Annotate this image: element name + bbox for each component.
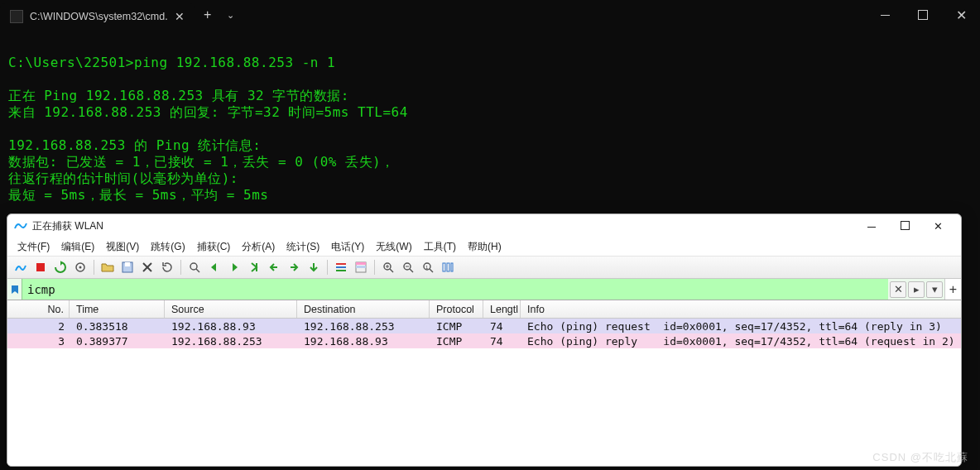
go-to-packet-icon[interactable] bbox=[246, 259, 262, 276]
wireshark-menubar: 文件(F)编辑(E)视图(V)跳转(G)捕获(C)分析(A)统计(S)电话(Y)… bbox=[7, 237, 961, 256]
cmd-tab[interactable]: C:\WINDOWS\system32\cmd. ✕ bbox=[0, 3, 195, 30]
wireshark-window: 正在捕获 WLAN ✕ 文件(F)编辑(E)视图(V)跳转(G)捕获(C)分析(… bbox=[7, 213, 962, 467]
watermark-text: CSDN @不吃北蘇 bbox=[872, 450, 968, 465]
filter-clear-button[interactable]: ✕ bbox=[890, 281, 906, 298]
menu-item[interactable]: 电话(Y) bbox=[326, 238, 369, 256]
col-header-dst[interactable]: Destination bbox=[297, 300, 430, 318]
svg-line-9 bbox=[196, 269, 199, 272]
stop-capture-icon[interactable] bbox=[32, 259, 49, 276]
svg-line-25 bbox=[430, 269, 433, 272]
ws-minimize-button[interactable] bbox=[855, 220, 888, 233]
svg-line-22 bbox=[410, 269, 413, 272]
go-first-icon[interactable] bbox=[266, 259, 282, 276]
svg-line-18 bbox=[390, 269, 393, 272]
filter-apply-button[interactable]: ▸ bbox=[908, 281, 925, 298]
svg-rect-12 bbox=[336, 266, 346, 268]
cmd-titlebar: C:\WINDOWS\system32\cmd. ✕ + ⌄ ✕ bbox=[0, 0, 980, 30]
go-back-icon[interactable] bbox=[206, 259, 223, 276]
save-file-icon[interactable] bbox=[119, 259, 136, 276]
packet-row[interactable]: 20.383518192.168.88.93192.168.88.253ICMP… bbox=[7, 319, 961, 333]
col-header-no[interactable]: No. bbox=[7, 300, 70, 318]
terminal-line: 往返行程的估计时间(以毫秒为单位): bbox=[8, 170, 972, 187]
capture-options-icon[interactable] bbox=[72, 259, 89, 276]
coloring-rules-icon[interactable] bbox=[353, 259, 369, 276]
cmd-close-button[interactable]: ✕ bbox=[942, 0, 980, 30]
terminal-line: 最短 = 5ms，最长 = 5ms，平均 = 5ms bbox=[8, 187, 972, 204]
menu-item[interactable]: 跳转(G) bbox=[146, 238, 190, 256]
menu-item[interactable]: 帮助(H) bbox=[463, 238, 507, 256]
filter-history-button[interactable]: ▾ bbox=[926, 281, 943, 298]
resize-columns-icon[interactable] bbox=[440, 259, 456, 276]
svg-point-8 bbox=[190, 263, 197, 270]
go-last-icon[interactable] bbox=[286, 259, 302, 276]
col-header-info[interactable]: Info bbox=[521, 300, 961, 318]
wireshark-app-icon bbox=[14, 219, 27, 233]
menu-item[interactable]: 视图(V) bbox=[101, 238, 144, 256]
close-tab-icon[interactable]: ✕ bbox=[175, 10, 185, 23]
col-header-len[interactable]: Lengtl bbox=[483, 300, 521, 318]
zoom-reset-icon[interactable]: 1 bbox=[420, 259, 436, 276]
svg-rect-5 bbox=[125, 262, 130, 266]
go-forward-icon[interactable] bbox=[226, 259, 243, 276]
command: ping 192.168.88.253 -n 1 bbox=[134, 55, 335, 70]
terminal-line: 数据包: 已发送 = 1，已接收 = 1，丢失 = 0 (0% 丢失)， bbox=[8, 154, 972, 170]
terminal-line bbox=[8, 71, 972, 88]
svg-rect-1 bbox=[36, 263, 45, 271]
display-filter-input[interactable] bbox=[22, 279, 888, 300]
svg-rect-11 bbox=[336, 263, 346, 265]
wireshark-titlebar[interactable]: 正在捕获 WLAN ✕ bbox=[7, 214, 961, 237]
col-header-src[interactable]: Source bbox=[165, 300, 297, 318]
wireshark-toolbar: 1 bbox=[7, 256, 961, 279]
svg-rect-27 bbox=[443, 263, 445, 271]
start-capture-icon[interactable] bbox=[12, 259, 29, 276]
new-tab-button[interactable]: + bbox=[195, 0, 221, 30]
svg-rect-13 bbox=[336, 270, 346, 271]
cmd-tab-icon bbox=[10, 10, 23, 23]
close-file-icon[interactable] bbox=[139, 259, 156, 276]
svg-point-3 bbox=[79, 266, 82, 269]
restart-capture-icon[interactable] bbox=[52, 259, 69, 276]
terminal-line: 来自 192.168.88.253 的回复: 字节=32 时间=5ms TTL=… bbox=[8, 104, 972, 121]
packet-list-header[interactable]: No. Time Source Destination Protocol Len… bbox=[7, 300, 961, 319]
zoom-in-icon[interactable] bbox=[380, 259, 396, 276]
menu-item[interactable]: 分析(A) bbox=[237, 238, 280, 256]
filter-add-button[interactable]: + bbox=[944, 279, 961, 300]
terminal-output[interactable]: C:\Users\22501>ping 192.168.88.253 -n 1 … bbox=[0, 30, 980, 212]
menu-item[interactable]: 统计(S) bbox=[281, 238, 324, 256]
menu-item[interactable]: 无线(W) bbox=[371, 238, 416, 256]
svg-rect-15 bbox=[356, 262, 366, 265]
open-file-icon[interactable] bbox=[99, 259, 116, 276]
svg-rect-28 bbox=[447, 263, 449, 271]
zoom-out-icon[interactable] bbox=[400, 259, 416, 276]
svg-rect-16 bbox=[356, 266, 366, 268]
menu-item[interactable]: 编辑(E) bbox=[56, 238, 99, 256]
col-header-time[interactable]: Time bbox=[70, 300, 165, 318]
tab-dropdown-button[interactable]: ⌄ bbox=[221, 0, 241, 30]
find-packet-icon[interactable] bbox=[186, 259, 203, 276]
prompt: C:\Users\22501> bbox=[8, 55, 134, 70]
packet-list[interactable]: No. Time Source Destination Protocol Len… bbox=[7, 300, 961, 466]
wireshark-title: 正在捕获 WLAN bbox=[32, 219, 103, 233]
colorize-icon[interactable] bbox=[333, 259, 349, 276]
cmd-maximize-button[interactable] bbox=[904, 0, 942, 30]
cmd-tab-title: C:\WINDOWS\system32\cmd. bbox=[30, 11, 168, 22]
cmd-minimize-button[interactable] bbox=[866, 0, 904, 30]
svg-rect-29 bbox=[451, 263, 453, 271]
filter-bookmark-icon[interactable] bbox=[7, 279, 22, 300]
menu-item[interactable]: 文件(F) bbox=[12, 238, 55, 256]
packet-row[interactable]: 30.389377192.168.88.253192.168.88.93ICMP… bbox=[7, 333, 961, 348]
col-header-proto[interactable]: Protocol bbox=[430, 300, 483, 318]
menu-item[interactable]: 捕获(C) bbox=[192, 238, 236, 256]
reload-icon[interactable] bbox=[159, 259, 175, 276]
wireshark-filterbar: ✕ ▸ ▾ + bbox=[7, 279, 961, 300]
terminal-line: 正在 Ping 192.168.88.253 具有 32 字节的数据: bbox=[8, 88, 972, 104]
terminal-line: 192.168.88.253 的 Ping 统计信息: bbox=[8, 137, 972, 154]
terminal-line bbox=[8, 121, 972, 137]
ws-maximize-button[interactable] bbox=[888, 220, 921, 233]
auto-scroll-icon[interactable] bbox=[305, 259, 322, 276]
ws-close-button[interactable]: ✕ bbox=[921, 220, 954, 233]
menu-item[interactable]: 工具(T) bbox=[419, 238, 461, 256]
